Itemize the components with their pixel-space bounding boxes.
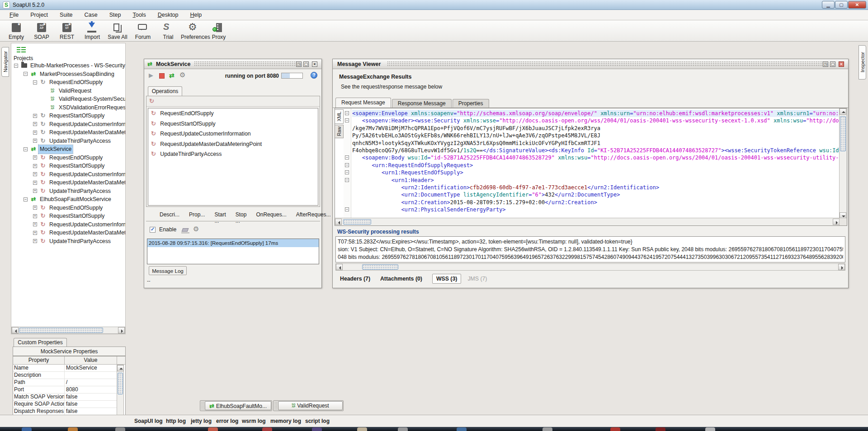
- operation-requestupdatecustomerinformation[interactable]: ↻ RequestUpdateCustomerInformation: [148, 129, 318, 139]
- property-row-path[interactable]: Path/: [13, 379, 117, 386]
- fold-collapse-icon[interactable]: −: [345, 178, 349, 182]
- result-tab-headers-7-[interactable]: Headers (7): [340, 276, 370, 282]
- clear-log-icon[interactable]: [182, 228, 189, 232]
- projects-root[interactable]: Projects: [14, 55, 33, 61]
- collapse-icon[interactable]: −: [24, 147, 28, 151]
- property-row-match-soap-version[interactable]: Match SOAP Versionfalse: [13, 394, 117, 401]
- menu-item-help[interactable]: Help: [184, 12, 208, 18]
- float-window-icon[interactable]: ◳: [296, 61, 302, 67]
- taskbar-icon[interactable]: [115, 427, 125, 431]
- property-column-header[interactable]: Property: [13, 356, 65, 364]
- expand-icon[interactable]: +: [33, 222, 37, 226]
- taskbar-icon[interactable]: [262, 427, 272, 431]
- dock-button-validrequest[interactable]: SO APValidRequest: [273, 400, 344, 411]
- menu-item-case[interactable]: Case: [79, 12, 104, 18]
- close-window-icon[interactable]: ×: [839, 61, 844, 67]
- expand-icon[interactable]: +: [33, 172, 37, 176]
- onreques-button[interactable]: OnReques...: [256, 211, 286, 224]
- property-row-dispatch-responses[interactable]: Dispatch Responsesfalse: [13, 408, 117, 415]
- wss-horizontal-scrollbar[interactable]: [335, 263, 845, 271]
- close-button[interactable]: ✕: [848, 1, 866, 9]
- xml-line[interactable]: <urn2:Identification>cfb2d698-60db-4f97-…: [352, 184, 839, 191]
- operation-refresh-icon[interactable]: ↻: [149, 98, 154, 104]
- afterreques-button[interactable]: AfterReques...: [296, 211, 331, 224]
- scroll-up-icon[interactable]: [117, 365, 124, 371]
- tree-item-validrequest-system-securit[interactable]: −SO APValidRequest-System/Securit: [11, 95, 125, 103]
- menu-item-step[interactable]: Step: [104, 12, 127, 18]
- tree-item-requestendofsupply[interactable]: +↻RequestEndOfSupply: [11, 154, 125, 162]
- operation-updatethirdpartyaccess[interactable]: ↻ UpdateThirdPartyAccess: [148, 149, 318, 159]
- property-row-name[interactable]: NameMockService: [13, 365, 117, 372]
- log-tab-soapui-log[interactable]: SoapUI log: [134, 418, 163, 424]
- expand-icon[interactable]: +: [33, 139, 37, 143]
- inspector-tab[interactable]: Inspector: [859, 45, 866, 80]
- xml-line[interactable]: <urn2:Creation>2015-08-28T09:57:15.279+0…: [352, 199, 839, 206]
- xml-line[interactable]: <urn1:RequestEndOfSupply>: [352, 169, 839, 176]
- tab-response-message[interactable]: Response Message: [392, 99, 452, 108]
- xml-line[interactable]: <urn2:PhysicalSenderEnergyParty>: [352, 206, 839, 213]
- property-value[interactable]: MockService: [65, 365, 117, 371]
- mockservice-options-icon[interactable]: ⚙: [179, 71, 185, 79]
- tab-request-message[interactable]: Request Message: [335, 98, 391, 108]
- taskbar-icon[interactable]: [656, 427, 665, 431]
- expand-icon[interactable]: +: [33, 164, 37, 168]
- editor-corner-button[interactable]: [839, 218, 847, 225]
- xml-content[interactable]: <soapenv:Envelope xmlns:soapenv="http://…: [352, 110, 839, 218]
- log-tab-script-log[interactable]: script log: [305, 418, 330, 424]
- minimize-button[interactable]: ▁: [822, 1, 835, 9]
- fold-gutter[interactable]: −−−−−−−: [344, 108, 351, 218]
- property-value[interactable]: false: [65, 394, 117, 400]
- expand-icon[interactable]: +: [33, 231, 37, 235]
- tree-item-validrequest[interactable]: −SO APValidRequest: [11, 87, 125, 95]
- scrollbar-thumb[interactable]: [118, 373, 123, 394]
- scroll-left-icon[interactable]: [335, 219, 342, 225]
- log-tab-wsrm-log[interactable]: wsrm log: [242, 418, 266, 424]
- stop-button[interactable]: Stop ...: [236, 211, 247, 224]
- operations-tab[interactable]: Operations: [148, 86, 182, 96]
- dock-button-elhubsoapfaultmo[interactable]: ⇄ElhubSoapFaultMo...: [200, 400, 272, 411]
- scroll-right-icon[interactable]: [118, 327, 125, 333]
- float-window-icon[interactable]: ◳: [823, 61, 828, 67]
- tree-item-requestupdatecustomerinformation[interactable]: +↻RequestUpdateCustomerInformation: [11, 170, 125, 179]
- menu-item-suite[interactable]: Suite: [54, 12, 79, 18]
- navigator-tab[interactable]: Navigator: [1, 47, 9, 77]
- operation-requestendofsupply[interactable]: ↻ RequestEndOfSupply: [148, 108, 318, 119]
- windows-taskbar[interactable]: [0, 427, 868, 431]
- result-tab-jms-7-[interactable]: JMS (7): [467, 276, 487, 282]
- collapse-icon[interactable]: −: [24, 197, 28, 201]
- xml-line[interactable]: <urn2:DocumentType listAgencyIdentifier=…: [352, 191, 839, 198]
- tree-item-updatethirdpartyaccess[interactable]: +↻UpdateThirdPartyAccess: [11, 237, 125, 246]
- editor-vertical-scrollbar[interactable]: [839, 108, 847, 219]
- proxy-button[interactable]: Proxy: [206, 21, 231, 41]
- tree-item-marketprocessessoapbinding[interactable]: −⇄MarketProcessesSoapBinding: [11, 70, 125, 79]
- collapse-icon[interactable]: −: [14, 64, 18, 68]
- save-all-button[interactable]: Save All: [105, 21, 130, 41]
- xml-line[interactable]: F4ohbqe8coQG7y/68G8uTLeuvW1df5Gv1/1s2Q==…: [352, 147, 839, 154]
- scrollbar-thumb[interactable]: [362, 264, 398, 270]
- tab-properties[interactable]: Properties: [453, 99, 489, 108]
- menu-item-desktop[interactable]: Desktop: [152, 12, 184, 18]
- xml-line[interactable]: <soapenv:Header><wsse:Security xmlns:wss…: [352, 117, 839, 124]
- maximize-window-icon[interactable]: ▢: [303, 61, 309, 67]
- tree-item-requeststartofsupply[interactable]: +↻RequestStartOfSupply: [11, 212, 125, 220]
- tree-item-requestendofsupply[interactable]: +↻RequestEndOfSupply: [11, 204, 125, 212]
- message-log-entry[interactable]: 2015-08-28 09:57:15.316: [RequestEndOfSu…: [147, 239, 319, 247]
- editor-horizontal-scrollbar[interactable]: [335, 218, 840, 225]
- tree-item-updatethirdpartyaccess[interactable]: +↻UpdateThirdPartyAccess: [11, 187, 125, 196]
- scroll-left-icon[interactable]: [336, 264, 343, 270]
- tree-item-requeststartofsupply[interactable]: +↻RequestStartOfSupply: [11, 112, 125, 120]
- scroll-right-icon[interactable]: [838, 264, 845, 270]
- property-row-description[interactable]: Description: [13, 372, 117, 379]
- expand-icon[interactable]: +: [33, 206, 37, 210]
- property-value[interactable]: 8080: [65, 386, 117, 393]
- expand-icon[interactable]: +: [33, 181, 37, 185]
- scrollbar-thumb[interactable]: [343, 219, 371, 225]
- taskbar-icon[interactable]: [22, 427, 32, 431]
- operation-requeststartofsupply[interactable]: ↻ RequestStartOfSupply: [148, 119, 318, 129]
- tree-collapse-icon[interactable]: [17, 47, 26, 52]
- forum-button[interactable]: Forum: [130, 21, 156, 41]
- xml-line[interactable]: /kge7Mv7WV8iDMjM7hcQPRA1Epo+PfjVQof6V/mC…: [352, 125, 839, 132]
- log-options-icon[interactable]: ⚙: [193, 225, 199, 233]
- xml-line[interactable]: Py/5A26tvbEHLo3AOStGykEFb8s/WNK66rehBILY…: [352, 132, 839, 139]
- taskbar-icon[interactable]: [610, 427, 620, 431]
